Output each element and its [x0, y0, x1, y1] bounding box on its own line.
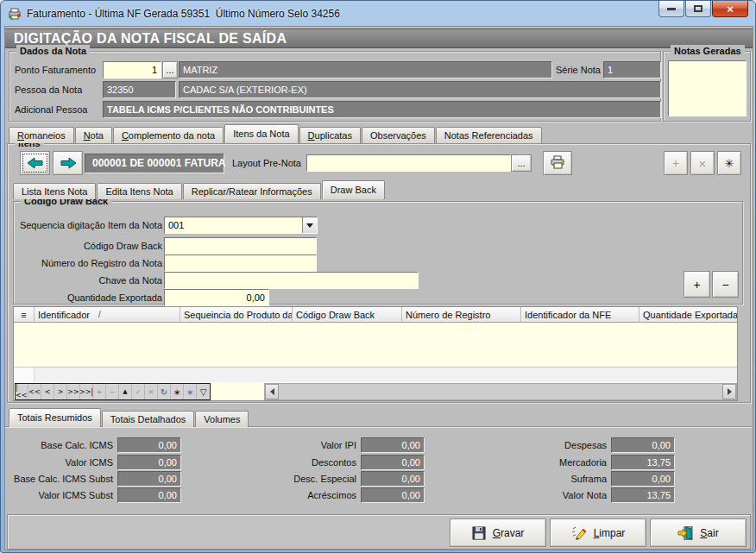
grid-body[interactable] — [14, 323, 737, 367]
minus-icon: − — [721, 278, 728, 292]
maximize-icon — [694, 5, 702, 12]
mercadoria-value: 13,75 — [611, 455, 675, 470]
layout-pre-nota-lookup-button[interactable]: ... — [511, 154, 532, 172]
window-controls: × — [658, 1, 748, 17]
total-row: Despesas 0,00 — [504, 437, 675, 453]
delete-item-button[interactable]: × — [690, 151, 715, 175]
adicional-pessoa-value: TABELA ICMS P/CLIENTES NÃO CONTRIBUINTES — [103, 101, 661, 118]
tab-replicar-ratear-informacoes[interactable]: Replicar/Ratear Informações — [183, 183, 321, 199]
tab-duplicatas[interactable]: Duplicatas — [299, 127, 361, 143]
descontos-value: 0,00 — [361, 455, 425, 470]
suframa-label: Suframa — [504, 474, 611, 484]
prior-page-button[interactable]: << — [28, 384, 41, 399]
ponto-faturamento-lookup-button[interactable]: ... — [162, 61, 178, 79]
notas-geradas-legend: Notas Geradas — [671, 45, 745, 58]
tab-itens-da-nota[interactable]: Itens da Nota — [224, 124, 298, 143]
client-area: DIGITAÇÃO DA NOTA FISCAL DE SAÍDA Dados … — [4, 26, 753, 550]
numero-registro-input[interactable] — [164, 255, 317, 272]
quantidade-exportada-input[interactable]: 0,00 — [164, 289, 269, 306]
layout-pre-nota-label: Layout Pre-Nota — [202, 154, 301, 172]
post-button[interactable]: ✓ — [132, 384, 145, 399]
notas-geradas-list[interactable] — [668, 60, 747, 116]
combo-dropdown-button[interactable] — [302, 217, 317, 233]
tab-totais-detalhados[interactable]: Totais Detalhados — [102, 411, 194, 427]
drawback-remove-button[interactable]: − — [712, 271, 739, 298]
delete-record-button[interactable]: − — [106, 384, 119, 399]
column-identificador[interactable]: Identificador / — [35, 307, 180, 323]
add-item-button[interactable]: + — [664, 151, 688, 175]
filter-button[interactable]: ▽ — [197, 384, 210, 399]
sequencia-digitacao-combo[interactable]: 001 — [164, 217, 318, 234]
acrescimos-value: 0,00 — [361, 487, 425, 503]
maximize-button[interactable] — [685, 1, 711, 17]
pessoa-descricao: CADAC S/A (EXTERIOR-EX) — [179, 81, 661, 98]
scroll-left-button[interactable] — [265, 384, 279, 399]
column-sequeincia-produto[interactable]: Sequeincia do Produto da Nota — [180, 307, 293, 323]
column-numero-registro[interactable]: Número de Registro — [402, 307, 521, 323]
custom-button-1[interactable]: ∗ — [171, 384, 184, 399]
gravar-button[interactable]: Gravar — [450, 518, 546, 547]
sair-button[interactable]: Sair — [650, 518, 747, 547]
tab-nota[interactable]: Nota — [75, 127, 112, 143]
next-record-button[interactable]: > — [54, 384, 67, 399]
chave-da-nota-input[interactable] — [164, 272, 419, 289]
notas-geradas-group: Notas Geradas — [663, 51, 751, 122]
layout-pre-nota-input[interactable] — [306, 154, 511, 172]
sequencia-digitacao-value: 001 — [165, 217, 302, 233]
page-title: DIGITAÇÃO DA NOTA FISCAL DE SAÍDA — [5, 28, 753, 48]
tab-draw-back[interactable]: Draw Back — [322, 180, 385, 199]
minimize-button[interactable] — [658, 1, 684, 17]
next-record-button[interactable] — [53, 151, 83, 175]
column-codigo-draw-back[interactable]: Código Draw Back — [293, 307, 402, 323]
close-button[interactable]: × — [712, 1, 748, 17]
column-quantidade-exportada[interactable]: Quantidade Exportada — [639, 307, 737, 323]
total-row: Base Calc. ICMS 0,00 — [12, 437, 181, 453]
special-button[interactable]: ✳ — [717, 151, 741, 175]
print-button[interactable] — [543, 151, 572, 175]
footer-bar: Gravar Limpar — [7, 514, 751, 550]
prior-record-button[interactable]: < — [41, 384, 54, 399]
next-page-button[interactable]: >> — [67, 384, 80, 399]
custom-button-2[interactable]: ∗ — [184, 384, 197, 399]
plus-icon: + — [693, 278, 700, 292]
tab-romaneios[interactable]: Romaneios — [9, 127, 74, 143]
save-floppy-icon — [472, 526, 486, 540]
x-icon: × — [699, 156, 707, 171]
title-bar[interactable]: Faturamento - Última NF Gerada 59351 Últ… — [1, 1, 755, 26]
minimize-icon — [667, 8, 676, 10]
edit-record-button[interactable]: ▲ — [119, 384, 132, 399]
limpar-button[interactable]: Limpar — [550, 518, 646, 547]
grid-indicator-column[interactable]: ≡ — [14, 307, 35, 323]
tab-totais-resumidos[interactable]: Totais Resumidos — [9, 408, 101, 427]
insert-record-button[interactable]: + — [93, 384, 106, 399]
application-window: Faturamento - Última NF Gerada 59351 Últ… — [0, 0, 756, 553]
base-calc-icms-value: 0,00 — [117, 437, 181, 453]
column-identificador-nfe[interactable]: Identificador da NFE — [521, 307, 639, 323]
eraser-icon — [571, 526, 587, 540]
first-record-button[interactable]: |<< — [16, 384, 28, 399]
sequencia-digitacao-label: Sequencia digitação Item da Nota — [14, 217, 162, 234]
cancel-button[interactable]: × — [145, 384, 158, 399]
quantidade-exportada-label: Quantidade Exportada — [14, 289, 162, 306]
pessoa-da-nota-label: Pessoa da Nota — [15, 81, 82, 98]
tab-complemento-da-nota[interactable]: Complemento da nota — [113, 127, 224, 143]
dados-da-nota-legend: Dados da Nota — [16, 45, 90, 58]
tab-notas-referenciadas[interactable]: Notas Referenciadas — [436, 127, 542, 143]
refresh-button[interactable]: ↻ — [158, 384, 171, 399]
drawback-add-button[interactable]: + — [684, 271, 710, 298]
grid-horizontal-scrollbar[interactable] — [264, 383, 737, 400]
tab-lista-itens-nota[interactable]: Lista Itens Nota — [13, 183, 96, 199]
codigo-draw-back-input[interactable] — [164, 237, 317, 255]
tab-edita-itens-nota[interactable]: Edita Itens Nota — [97, 183, 181, 199]
prev-record-button[interactable] — [20, 151, 50, 175]
gravar-label: Gravar — [493, 527, 525, 539]
total-row: Desc. Especial 0,00 — [254, 471, 425, 487]
tab-volumes[interactable]: Volumes — [195, 411, 249, 427]
scroll-right-button[interactable] — [722, 384, 736, 399]
limpar-label: Limpar — [594, 527, 626, 539]
triangle-right-icon — [728, 388, 732, 395]
tab-observacoes[interactable]: Observações — [362, 127, 435, 143]
valor-icms-subst-label: Valor ICMS Subst — [12, 490, 117, 500]
ponto-faturamento-input[interactable]: 1 — [103, 61, 161, 79]
last-record-button[interactable]: >>| — [80, 384, 93, 399]
